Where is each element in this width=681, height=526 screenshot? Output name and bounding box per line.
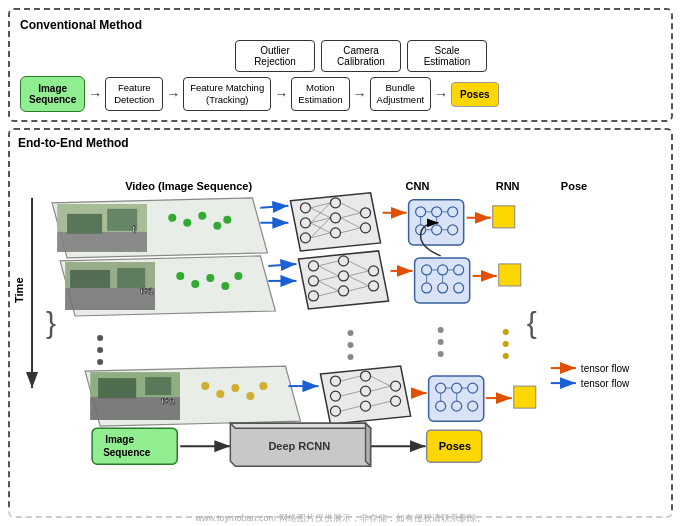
arrow-2: → (166, 86, 180, 102)
svg-point-110 (438, 339, 444, 345)
svg-point-18 (234, 272, 242, 280)
svg-point-109 (438, 327, 444, 333)
svg-point-127 (503, 353, 509, 359)
tensor-flow-label: tensor flow (581, 363, 630, 374)
svg-text:t+n: t+n (161, 396, 175, 406)
conventional-flow: ImageSequence → FeatureDetection → Featu… (20, 76, 661, 112)
svg-marker-151 (366, 423, 371, 466)
feature-matching-box: Feature Matching(Tracking) (183, 77, 271, 112)
svg-point-8 (183, 219, 191, 227)
arrow-3: → (274, 86, 288, 102)
svg-point-111 (438, 351, 444, 357)
poses-box-conv: Poses (451, 82, 498, 107)
cnn-label: CNN (406, 180, 430, 192)
svg-marker-150 (230, 423, 370, 428)
svg-point-26 (231, 384, 239, 392)
svg-text:{: { (527, 306, 537, 339)
svg-rect-128 (514, 386, 536, 408)
scale-estimation-box: ScaleEstimation (407, 40, 487, 72)
svg-point-67 (348, 330, 354, 336)
svg-point-125 (503, 329, 509, 335)
svg-point-69 (348, 354, 354, 360)
e2e-diagram: Video (Image Sequence) CNN RNN Pose (10, 130, 671, 516)
blue-arrow-label: tensor flow (581, 378, 630, 389)
image-sequence-box-conv: ImageSequence (20, 76, 85, 112)
svg-rect-124 (499, 264, 521, 286)
feature-detection-box: FeatureDetection (105, 77, 163, 112)
svg-text:t+1: t+1 (140, 286, 153, 296)
svg-rect-123 (493, 206, 515, 228)
arrow-4: → (353, 86, 367, 102)
svg-point-16 (206, 274, 214, 282)
svg-point-68 (348, 342, 354, 348)
conventional-section: Conventional Method OutlierRejection Cam… (8, 8, 673, 122)
camera-calibration-box: CameraCalibration (321, 40, 401, 72)
svg-point-21 (97, 359, 103, 365)
svg-line-131 (268, 264, 296, 266)
svg-point-7 (168, 214, 176, 222)
svg-point-126 (503, 341, 509, 347)
video-label: Video (Image Sequence) (125, 180, 252, 192)
svg-text:Deep RCNN: Deep RCNN (268, 440, 330, 452)
svg-point-24 (201, 382, 209, 390)
svg-point-28 (259, 382, 267, 390)
main-container: Conventional Method OutlierRejection Cam… (0, 0, 681, 526)
motion-estimation-box: MotionEstimation (291, 77, 349, 112)
svg-point-25 (216, 390, 224, 398)
watermark: www.toymoban.com 网络图片仅供展示，非存储，如有侵权请联系删除。 (0, 511, 681, 526)
svg-line-129 (260, 206, 288, 208)
svg-point-15 (191, 280, 199, 288)
svg-text:Image: Image (105, 434, 134, 445)
conventional-title: Conventional Method (20, 18, 661, 32)
svg-point-19 (97, 335, 103, 341)
svg-text:}: } (46, 306, 56, 339)
svg-point-17 (221, 282, 229, 290)
svg-text:Sequence: Sequence (103, 447, 151, 458)
bundle-adjustment-box: BundleAdjustment (370, 77, 432, 112)
outlier-rejection-box: OutlierRejection (235, 40, 315, 72)
svg-point-14 (176, 272, 184, 280)
arrow-1: → (88, 86, 102, 102)
svg-point-11 (223, 216, 231, 224)
svg-point-10 (213, 222, 221, 230)
e2e-section: End-to-End Method Video (Image Sequence)… (8, 128, 673, 518)
svg-point-9 (198, 212, 206, 220)
pose-label: Pose (561, 180, 587, 192)
arrow-5: → (434, 86, 448, 102)
rnn-label: RNN (496, 180, 520, 192)
svg-text:Poses: Poses (439, 440, 471, 452)
svg-point-27 (246, 392, 254, 400)
svg-point-20 (97, 347, 103, 353)
time-label: Time (13, 277, 25, 302)
